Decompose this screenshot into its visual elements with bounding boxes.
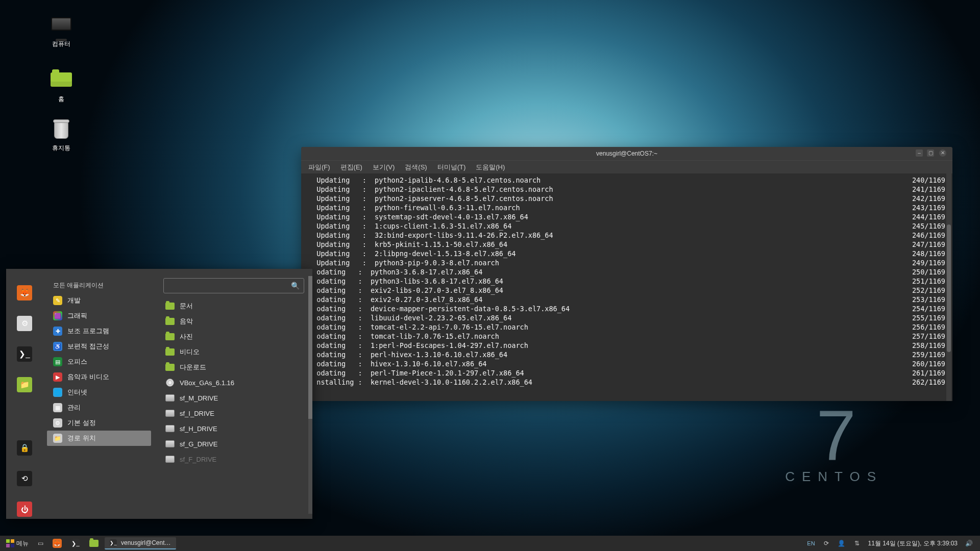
terminal-menu-item[interactable]: 편집(E) bbox=[340, 163, 362, 172]
category-acc[interactable]: ✚보조 프로그램 bbox=[47, 323, 151, 339]
terminal-menu-item[interactable]: 터미널(T) bbox=[437, 163, 466, 172]
place-label: 문서 bbox=[180, 302, 193, 311]
place-item[interactable]: 비디오 bbox=[159, 344, 308, 360]
category-label: 보편적 접근성 bbox=[67, 342, 109, 351]
terminal-menu-item[interactable]: 보기(V) bbox=[373, 163, 395, 172]
maximize-button[interactable]: ▢ bbox=[927, 149, 934, 157]
dev-icon: ✎ bbox=[53, 296, 62, 305]
places-scrollbar[interactable] bbox=[308, 276, 312, 514]
place-item[interactable]: 문서 bbox=[159, 298, 308, 314]
terminal-titlebar[interactable]: venusgirl@CentOS7:~ – ▢ ✕ bbox=[301, 147, 952, 160]
place-label: sf_G_DRIVE bbox=[180, 440, 217, 448]
terminal-menu-item[interactable]: 검색(S) bbox=[405, 163, 427, 172]
folder-icon bbox=[165, 303, 175, 310]
media-icon: ▶ bbox=[53, 372, 62, 382]
access-icon: ♿ bbox=[53, 342, 62, 351]
drive-icon bbox=[165, 410, 175, 417]
taskbar: 메뉴 ▭ 🦊 ❯_ ❯_ venusgirl@Cent… EN ⟳ 👤 ⇅ 11… bbox=[0, 536, 980, 551]
place-item[interactable]: sf_I_DRIVE bbox=[159, 406, 308, 421]
drive-icon bbox=[165, 440, 175, 447]
terminal-scrollbar-thumb[interactable] bbox=[947, 224, 951, 352]
terminal-menu-item[interactable]: 파일(F) bbox=[308, 163, 330, 172]
menu-button-label: 메뉴 bbox=[16, 539, 29, 548]
disc-icon bbox=[166, 379, 174, 387]
start-menu: 🦊⚙❯_📁🔒⟲⏻ 모든 애플리케이션 ✎개발🟪그래픽✚보조 프로그램♿보편적 접… bbox=[6, 269, 312, 519]
category-access[interactable]: ♿보편적 접근성 bbox=[47, 339, 151, 354]
tray-updates-icon[interactable]: ⟳ bbox=[822, 539, 830, 547]
place-item[interactable]: 사진 bbox=[159, 329, 308, 344]
rail-power-button[interactable]: ⏻ bbox=[15, 499, 34, 519]
rail-logout-button[interactable]: ⟲ bbox=[15, 469, 34, 488]
terminal-title: venusgirl@CentOS7:~ bbox=[596, 150, 657, 157]
place-item[interactable]: VBox_GAs_6.1.16 bbox=[159, 375, 308, 390]
desktop-icon-label: 휴지통 bbox=[38, 144, 84, 153]
menu-search[interactable]: 🔍 bbox=[163, 278, 304, 293]
terminal-menu-item[interactable]: 도움말(H) bbox=[476, 163, 505, 172]
taskbar-files[interactable] bbox=[86, 538, 102, 549]
rail-files-button[interactable]: 📁 bbox=[15, 375, 34, 394]
minimize-button[interactable]: – bbox=[916, 149, 923, 157]
show-desktop-button[interactable]: ▭ bbox=[35, 538, 46, 549]
terminal-line: odating : python3-3.6.8-17.el7.x86_64250… bbox=[308, 267, 945, 277]
category-media[interactable]: ▶음악과 비디오 bbox=[47, 369, 151, 385]
close-button[interactable]: ✕ bbox=[939, 149, 946, 157]
logout-icon: ⟲ bbox=[17, 471, 32, 486]
place-item[interactable]: 음악 bbox=[159, 314, 308, 329]
rail-terminal-button[interactable]: ❯_ bbox=[15, 344, 34, 364]
place-label: sf_H_DRIVE bbox=[180, 425, 217, 433]
place-label: 다운로드 bbox=[180, 363, 206, 372]
tray-network-icon[interactable]: ⇅ bbox=[853, 539, 861, 547]
taskbar-terminal[interactable]: ❯_ bbox=[68, 537, 83, 550]
drive-icon bbox=[165, 394, 175, 402]
tray-user-icon[interactable]: 👤 bbox=[838, 539, 846, 547]
files-icon: 📁 bbox=[17, 377, 32, 392]
terminal-body[interactable]: Updating : python2-ipalib-4.6.8-5.el7.ce… bbox=[301, 173, 952, 401]
category-pref[interactable]: ⚙기본 설정 bbox=[47, 415, 151, 431]
tray-clock[interactable]: 11월 14일 (토요일), 오후 3:39:03 bbox=[868, 539, 958, 548]
terminal-window[interactable]: venusgirl@CentOS7:~ – ▢ ✕ 파일(F)편집(E)보기(V… bbox=[301, 147, 952, 401]
menu-button[interactable]: 메뉴 bbox=[3, 537, 32, 550]
place-item[interactable]: sf_G_DRIVE bbox=[159, 436, 308, 452]
place-item[interactable]: sf_H_DRIVE bbox=[159, 421, 308, 436]
category-gfx[interactable]: 🟪그래픽 bbox=[47, 308, 151, 323]
desktop-icon-home[interactable]: 홈 bbox=[38, 69, 84, 104]
tray-volume-icon[interactable]: 🔊 bbox=[965, 539, 973, 547]
category-label: 보조 프로그램 bbox=[67, 327, 109, 336]
folder-icon bbox=[165, 348, 175, 356]
terminal-menubar: 파일(F)편집(E)보기(V)검색(S)터미널(T)도움말(H) bbox=[301, 160, 952, 173]
taskbar-firefox[interactable]: 🦊 bbox=[50, 537, 65, 550]
terminal-line: Updating : krb5-pkinit-1.15.1-50.el7.x86… bbox=[308, 240, 945, 249]
power-icon: ⏻ bbox=[17, 502, 32, 517]
rail-toggle-button[interactable]: ⚙ bbox=[15, 314, 34, 333]
desktop-icon-trash[interactable]: 휴지통 bbox=[38, 121, 84, 153]
place-item[interactable]: sf_M_DRIVE bbox=[159, 390, 308, 406]
taskbar-task-terminal[interactable]: ❯_ venusgirl@Cent… bbox=[105, 537, 176, 549]
terminal-line: nstalling : kernel-devel-3.10.0-1160.2.2… bbox=[308, 378, 945, 387]
terminal-line: odating : tomcat-el-2.2-api-7.0.76-15.el… bbox=[308, 322, 945, 332]
terminal-line: odating : libuuid-devel-2.23.2-65.el7.x8… bbox=[308, 313, 945, 322]
settings-icon: ⚙ bbox=[17, 316, 32, 331]
terminal-line: Updating : python2-ipalib-4.6.8-5.el7.ce… bbox=[308, 176, 945, 185]
category-dev[interactable]: ✎개발 bbox=[47, 293, 151, 308]
category-places[interactable]: 📁경로 위치 bbox=[47, 431, 151, 446]
desktop-icon-computer[interactable]: 컴퓨터 bbox=[38, 17, 84, 48]
terminal-scrollbar[interactable] bbox=[946, 173, 951, 401]
rail-firefox-button[interactable]: 🦊 bbox=[15, 283, 34, 303]
wallpaper-name: CENTOS bbox=[785, 469, 883, 485]
places-scrollbar-thumb[interactable] bbox=[308, 276, 312, 419]
place-item[interactable]: 다운로드 bbox=[159, 360, 308, 375]
wallpaper-brand: 7 CENTOS bbox=[785, 407, 883, 485]
drive-icon bbox=[165, 425, 175, 432]
category-net[interactable]: 🌐인터넷 bbox=[47, 385, 151, 400]
category-label: 인터넷 bbox=[67, 388, 87, 397]
place-label: sf_M_DRIVE bbox=[180, 394, 218, 402]
category-label: 경로 위치 bbox=[67, 434, 96, 443]
rail-lock-button[interactable]: 🔒 bbox=[15, 438, 34, 458]
category-admin[interactable]: ▦관리 bbox=[47, 400, 151, 415]
drive-icon bbox=[165, 456, 175, 463]
tray-language[interactable]: EN bbox=[807, 540, 815, 546]
category-office[interactable]: ▤오피스 bbox=[47, 354, 151, 369]
search-input[interactable] bbox=[168, 282, 291, 290]
start-menu-rail: 🦊⚙❯_📁🔒⟲⏻ bbox=[6, 269, 43, 519]
search-icon: 🔍 bbox=[291, 282, 300, 290]
